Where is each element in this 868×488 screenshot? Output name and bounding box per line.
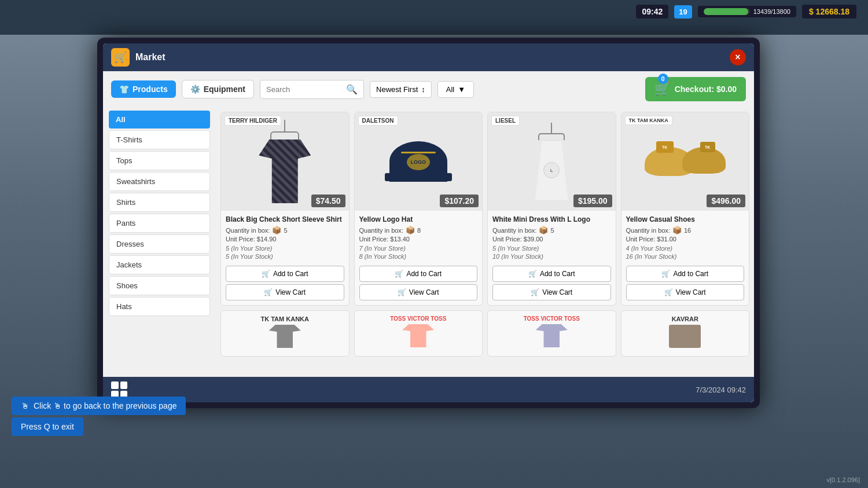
grid-cell-1 <box>111 381 119 389</box>
products-tab-label: Products <box>133 85 168 94</box>
store-info-2a: 7 (In Your Store) <box>359 245 478 252</box>
product-info-1: Black Big Check Short Sleeve Shirt Quant… <box>221 211 349 266</box>
cart-icon-1: 🛒 <box>262 270 270 278</box>
brand-badge-1: TERRY HILDIGER <box>225 116 281 126</box>
search-input[interactable] <box>266 85 343 94</box>
price-badge-1: $74.50 <box>311 195 345 207</box>
store-info-3b: 10 (In Your Stock) <box>492 253 611 260</box>
product-qty-1: Quantity in box: 📦5 <box>226 226 344 234</box>
hud-xp: 13439/13800 <box>698 6 796 17</box>
brand-badge-3: LIESEL <box>491 116 520 126</box>
add-to-cart-button-3[interactable]: 🛒 Add to Cart <box>492 266 611 282</box>
sidebar-item-sweatshirts[interactable]: Sweatshirts <box>109 172 210 191</box>
xp-bar-fill <box>704 8 749 15</box>
product-qty-3: Quantity in box: 📦5 <box>492 226 611 234</box>
partial-img-3 <box>536 324 568 347</box>
product-info-2: Yellow Logo Hat Quantity in box: 📦8 Unit… <box>355 211 483 266</box>
product-image-hat: DALETSON LOGO $107.20 <box>355 112 483 211</box>
product-actions-1: 🛒 Add to Cart 🛒 View Cart <box>221 266 349 305</box>
view-cart-button-4[interactable]: 🛒 View Cart <box>626 284 745 300</box>
partial-brand-3: TOSS VICTOR TOSS <box>524 315 580 322</box>
close-button[interactable]: × <box>730 49 746 65</box>
partial-brand-4: KAVRAR <box>672 315 698 322</box>
sidebar-item-pants[interactable]: Pants <box>109 214 210 233</box>
product-name-1: Black Big Check Short Sleeve Shirt <box>226 215 344 223</box>
partial-img-4 <box>669 325 701 348</box>
view-cart-label-3: View Cart <box>542 288 572 296</box>
store-info-4b: 16 (In Your Stock) <box>626 253 745 260</box>
product-card-3: LIESEL L $195.00 White Mini Dr <box>487 112 616 306</box>
hud-bar: 09:42 19 13439/13800 $ 12668.18 <box>636 5 856 19</box>
hint-box-2: Press Q to exit <box>12 417 83 436</box>
store-info-4a: 4 (In Your Store) <box>626 245 745 252</box>
partial-card-1: TK TAM KANKA <box>220 310 350 357</box>
title-bar: 🛒 Market × <box>103 43 754 71</box>
sidebar-item-tshirts[interactable]: T-Shirts <box>109 130 210 149</box>
view-cart-icon-2: 🛒 <box>398 288 406 296</box>
filter-icon: ▼ <box>458 85 465 94</box>
filter-label: All <box>446 85 454 94</box>
view-cart-button-3[interactable]: 🛒 View Cart <box>492 284 611 300</box>
sidebar-item-hats[interactable]: Hats <box>109 297 210 316</box>
partial-card-4: KAVRAR <box>621 310 750 357</box>
product-info-4: Yellow Casual Shoes Quantity in box: 📦16… <box>621 211 749 266</box>
sidebar-item-all[interactable]: All <box>109 111 210 129</box>
add-to-cart-button-1[interactable]: 🛒 Add to Cart <box>226 266 344 282</box>
checkout-button[interactable]: 🛒 0 Checkout: $0.00 <box>645 77 746 101</box>
cart-icon-2: 🛒 <box>395 270 403 278</box>
add-cart-label-2: Add to Cart <box>406 270 442 278</box>
filter-dropdown[interactable]: All ▼ <box>437 81 474 98</box>
top-nav: 👕 Products ⚙️ Equipment 🔍 Newest First ↕… <box>103 71 754 107</box>
product-unit-3: Unit Price: $39.00 <box>492 236 611 243</box>
store-info-3a: 5 (In Your Store) <box>492 245 611 252</box>
sort-label: Newest First <box>376 85 418 94</box>
view-cart-button-2[interactable]: 🛒 View Cart <box>359 284 478 300</box>
product-actions-4: 🛒 Add to Cart 🛒 View Cart <box>621 266 749 305</box>
product-image-shirt: TERRY HILDIGER $74.50 <box>221 112 349 211</box>
search-icon: 🔍 <box>346 84 358 95</box>
view-cart-icon-1: 🛒 <box>264 288 273 296</box>
product-actions-3: 🛒 Add to Cart 🛒 View Cart <box>488 266 616 305</box>
equipment-tab[interactable]: ⚙️ Equipment <box>182 80 254 98</box>
hint-text-2: Press Q to exit <box>21 422 74 431</box>
xp-text: 13439/13800 <box>753 8 790 15</box>
product-actions-2: 🛒 Add to Cart 🛒 View Cart <box>355 266 483 305</box>
hud-money: $ 12668.18 <box>802 5 856 19</box>
sidebar-item-tops[interactable]: Tops <box>109 151 210 170</box>
sidebar-item-dresses[interactable]: Dresses <box>109 234 210 254</box>
product-grid: TERRY HILDIGER $74.50 Black Big Check Sh… <box>216 107 754 377</box>
add-to-cart-button-4[interactable]: 🛒 Add to Cart <box>626 266 745 282</box>
price-badge-2: $107.20 <box>440 195 479 207</box>
sidebar-item-shirts[interactable]: Shirts <box>109 193 210 212</box>
window-title: Market <box>135 52 724 63</box>
sidebar-item-jackets[interactable]: Jackets <box>109 255 210 274</box>
price-badge-3: $195.00 <box>573 195 612 207</box>
cart-icon-3: 🛒 <box>528 270 537 278</box>
products-tab[interactable]: 👕 Products <box>111 80 176 98</box>
view-cart-icon-4: 🛒 <box>664 288 673 296</box>
product-unit-4: Unit Price: $31.00 <box>626 236 745 243</box>
add-to-cart-button-2[interactable]: 🛒 Add to Cart <box>359 266 478 282</box>
store-info-1a: 5 (In Your Store) <box>226 245 344 252</box>
cart-icon-4: 🛒 <box>661 270 670 278</box>
product-info-3: White Mini Dress With L Logo Quantity in… <box>488 211 616 266</box>
product-name-3: White Mini Dress With L Logo <box>492 215 611 223</box>
hint-box-1: 🖱 Click 🖱 to go back to the previous pag… <box>12 397 186 415</box>
store-info-2b: 8 (In Your Stock) <box>359 253 478 260</box>
sort-icon: ↕ <box>421 85 425 94</box>
equipment-tab-label: Equipment <box>204 85 245 94</box>
view-cart-label-2: View Cart <box>409 288 439 296</box>
brand-badge-4: TK TAM KANKA <box>625 116 672 125</box>
product-name-2: Yellow Logo Hat <box>359 215 478 223</box>
store-info-1b: 5 (In Your Stock) <box>226 253 344 260</box>
view-cart-button-1[interactable]: 🛒 View Cart <box>226 284 344 300</box>
partial-brand-2: TOSS VICTOR TOSS <box>390 315 446 322</box>
hud-level: 19 <box>674 5 692 19</box>
hint-text-1: Click 🖱 to go back to the previous page <box>34 401 176 410</box>
sidebar-item-shoes[interactable]: Shoes <box>109 276 210 295</box>
product-qty-4: Quantity in box: 📦16 <box>626 226 745 234</box>
hint-icon-1: 🖱 <box>21 401 29 410</box>
sort-dropdown[interactable]: Newest First ↕ <box>370 81 432 98</box>
market-icon: 🛒 <box>111 48 130 67</box>
product-unit-2: Unit Price: $13.40 <box>359 236 478 243</box>
